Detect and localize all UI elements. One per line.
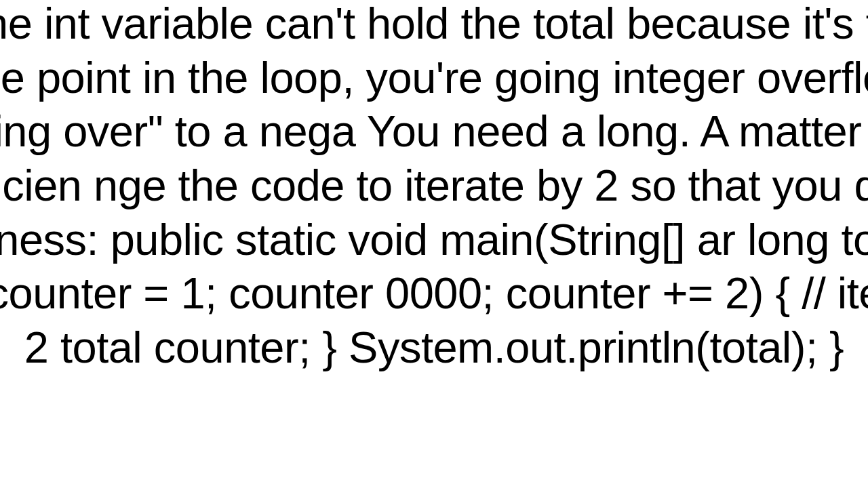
document-text-block: +12: The int variable can't hold the tot… xyxy=(0,0,868,374)
